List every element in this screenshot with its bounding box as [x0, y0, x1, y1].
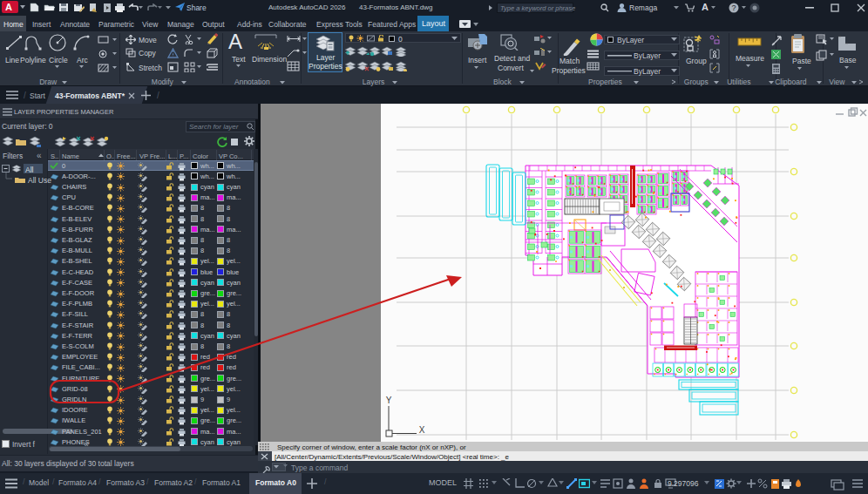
svg-text:X: X: [419, 425, 425, 435]
svg-text:?: ?: [731, 3, 736, 12]
svg-text:Y: Y: [386, 396, 392, 405]
